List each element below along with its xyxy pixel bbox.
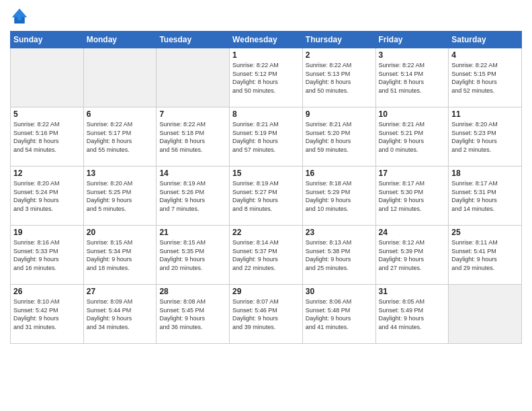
day-number: 30 bbox=[306, 287, 373, 296]
calendar-cell: 2Sunrise: 8:22 AM Sunset: 5:13 PM Daylig… bbox=[302, 48, 375, 107]
day-info: Sunrise: 8:21 AM Sunset: 5:20 PM Dayligh… bbox=[306, 120, 373, 154]
day-number: 22 bbox=[232, 228, 300, 237]
calendar-cell: 15Sunrise: 8:19 AM Sunset: 5:27 PM Dayli… bbox=[230, 167, 303, 226]
day-info: Sunrise: 8:11 AM Sunset: 5:41 PM Dayligh… bbox=[451, 238, 519, 272]
calendar-body: 1Sunrise: 8:22 AM Sunset: 5:12 PM Daylig… bbox=[11, 48, 522, 344]
day-info: Sunrise: 8:20 AM Sunset: 5:24 PM Dayligh… bbox=[13, 179, 81, 213]
day-info: Sunrise: 8:22 AM Sunset: 5:12 PM Dayligh… bbox=[232, 61, 300, 95]
day-info: Sunrise: 8:21 AM Sunset: 5:21 PM Dayligh… bbox=[379, 120, 446, 154]
day-number: 3 bbox=[379, 50, 446, 60]
calendar-cell: 4Sunrise: 8:22 AM Sunset: 5:15 PM Daylig… bbox=[449, 48, 522, 107]
day-info: Sunrise: 8:13 AM Sunset: 5:38 PM Dayligh… bbox=[306, 238, 373, 272]
calendar-week-1: 5Sunrise: 8:22 AM Sunset: 5:16 PM Daylig… bbox=[11, 107, 522, 167]
day-number: 17 bbox=[379, 169, 446, 178]
day-number: 14 bbox=[159, 169, 226, 178]
weekday-header-thursday: Thursday bbox=[302, 32, 375, 48]
day-info: Sunrise: 8:15 AM Sunset: 5:34 PM Dayligh… bbox=[87, 238, 154, 272]
calendar-week-2: 12Sunrise: 8:20 AM Sunset: 5:24 PM Dayli… bbox=[11, 167, 522, 226]
calendar-cell: 11Sunrise: 8:20 AM Sunset: 5:23 PM Dayli… bbox=[449, 107, 522, 167]
weekday-header-sunday: Sunday bbox=[11, 32, 84, 48]
calendar-cell: 25Sunrise: 8:11 AM Sunset: 5:41 PM Dayli… bbox=[449, 226, 522, 285]
weekday-header-tuesday: Tuesday bbox=[157, 32, 230, 48]
day-info: Sunrise: 8:19 AM Sunset: 5:27 PM Dayligh… bbox=[232, 179, 300, 213]
day-number: 28 bbox=[159, 287, 226, 296]
logo-icon bbox=[10, 7, 29, 26]
day-info: Sunrise: 8:16 AM Sunset: 5:33 PM Dayligh… bbox=[13, 238, 81, 272]
calendar-cell: 14Sunrise: 8:19 AM Sunset: 5:26 PM Dayli… bbox=[157, 167, 230, 226]
calendar-week-4: 26Sunrise: 8:10 AM Sunset: 5:42 PM Dayli… bbox=[11, 285, 522, 344]
calendar-week-3: 19Sunrise: 8:16 AM Sunset: 5:33 PM Dayli… bbox=[11, 226, 522, 285]
day-number: 5 bbox=[13, 109, 81, 119]
day-info: Sunrise: 8:17 AM Sunset: 5:30 PM Dayligh… bbox=[379, 179, 446, 213]
day-info: Sunrise: 8:22 AM Sunset: 5:18 PM Dayligh… bbox=[159, 120, 226, 154]
day-info: Sunrise: 8:22 AM Sunset: 5:16 PM Dayligh… bbox=[13, 120, 81, 154]
calendar-cell: 22Sunrise: 8:14 AM Sunset: 5:37 PM Dayli… bbox=[230, 226, 303, 285]
day-number: 23 bbox=[306, 228, 373, 237]
day-info: Sunrise: 8:19 AM Sunset: 5:26 PM Dayligh… bbox=[159, 179, 226, 213]
day-number: 27 bbox=[87, 287, 154, 296]
day-info: Sunrise: 8:22 AM Sunset: 5:14 PM Dayligh… bbox=[379, 61, 446, 95]
header bbox=[10, 7, 522, 26]
calendar-cell: 31Sunrise: 8:05 AM Sunset: 5:49 PM Dayli… bbox=[375, 285, 449, 344]
weekday-header-friday: Friday bbox=[375, 32, 449, 48]
calendar-cell: 24Sunrise: 8:12 AM Sunset: 5:39 PM Dayli… bbox=[375, 226, 449, 285]
day-info: Sunrise: 8:08 AM Sunset: 5:45 PM Dayligh… bbox=[159, 298, 226, 331]
day-info: Sunrise: 8:10 AM Sunset: 5:42 PM Dayligh… bbox=[13, 298, 81, 331]
day-number: 21 bbox=[159, 228, 226, 237]
day-number: 9 bbox=[306, 109, 373, 119]
day-number: 31 bbox=[379, 287, 446, 296]
calendar-cell: 26Sunrise: 8:10 AM Sunset: 5:42 PM Dayli… bbox=[11, 285, 84, 344]
day-info: Sunrise: 8:09 AM Sunset: 5:44 PM Dayligh… bbox=[87, 298, 154, 331]
logo bbox=[10, 7, 32, 26]
day-info: Sunrise: 8:22 AM Sunset: 5:15 PM Dayligh… bbox=[451, 61, 519, 95]
day-number: 16 bbox=[306, 169, 373, 178]
calendar-cell: 30Sunrise: 8:06 AM Sunset: 5:48 PM Dayli… bbox=[302, 285, 375, 344]
day-number: 7 bbox=[159, 109, 226, 119]
calendar-cell: 7Sunrise: 8:22 AM Sunset: 5:18 PM Daylig… bbox=[157, 107, 230, 167]
calendar-cell: 6Sunrise: 8:22 AM Sunset: 5:17 PM Daylig… bbox=[83, 107, 157, 167]
calendar-table: SundayMondayTuesdayWednesdayThursdayFrid… bbox=[10, 31, 522, 344]
calendar-cell bbox=[83, 48, 157, 107]
day-number: 2 bbox=[306, 50, 373, 60]
calendar-cell: 16Sunrise: 8:18 AM Sunset: 5:29 PM Dayli… bbox=[302, 167, 375, 226]
day-number: 11 bbox=[451, 109, 519, 119]
calendar-cell bbox=[11, 48, 84, 107]
day-info: Sunrise: 8:15 AM Sunset: 5:35 PM Dayligh… bbox=[159, 238, 226, 272]
day-number: 19 bbox=[13, 228, 81, 237]
page: SundayMondayTuesdayWednesdayThursdayFrid… bbox=[0, 0, 532, 411]
day-number: 29 bbox=[232, 287, 300, 296]
day-number: 4 bbox=[451, 50, 519, 60]
day-number: 1 bbox=[232, 50, 300, 60]
calendar-cell: 21Sunrise: 8:15 AM Sunset: 5:35 PM Dayli… bbox=[157, 226, 230, 285]
calendar-cell: 19Sunrise: 8:16 AM Sunset: 5:33 PM Dayli… bbox=[11, 226, 84, 285]
day-info: Sunrise: 8:20 AM Sunset: 5:23 PM Dayligh… bbox=[451, 120, 519, 154]
calendar-header: SundayMondayTuesdayWednesdayThursdayFrid… bbox=[11, 32, 522, 48]
calendar-cell: 17Sunrise: 8:17 AM Sunset: 5:30 PM Dayli… bbox=[375, 167, 449, 226]
day-info: Sunrise: 8:14 AM Sunset: 5:37 PM Dayligh… bbox=[232, 238, 300, 272]
day-number: 18 bbox=[451, 169, 519, 178]
day-info: Sunrise: 8:05 AM Sunset: 5:49 PM Dayligh… bbox=[379, 298, 446, 331]
weekday-header-wednesday: Wednesday bbox=[230, 32, 303, 48]
weekday-row: SundayMondayTuesdayWednesdayThursdayFrid… bbox=[11, 32, 522, 48]
calendar-cell: 8Sunrise: 8:21 AM Sunset: 5:19 PM Daylig… bbox=[230, 107, 303, 167]
calendar-cell: 5Sunrise: 8:22 AM Sunset: 5:16 PM Daylig… bbox=[11, 107, 84, 167]
day-info: Sunrise: 8:22 AM Sunset: 5:17 PM Dayligh… bbox=[87, 120, 154, 154]
day-number: 25 bbox=[451, 228, 519, 237]
calendar-cell: 28Sunrise: 8:08 AM Sunset: 5:45 PM Dayli… bbox=[157, 285, 230, 344]
day-info: Sunrise: 8:07 AM Sunset: 5:46 PM Dayligh… bbox=[232, 298, 300, 331]
calendar-cell: 9Sunrise: 8:21 AM Sunset: 5:20 PM Daylig… bbox=[302, 107, 375, 167]
calendar-cell: 10Sunrise: 8:21 AM Sunset: 5:21 PM Dayli… bbox=[375, 107, 449, 167]
day-number: 26 bbox=[13, 287, 81, 296]
day-info: Sunrise: 8:17 AM Sunset: 5:31 PM Dayligh… bbox=[451, 179, 519, 213]
day-info: Sunrise: 8:12 AM Sunset: 5:39 PM Dayligh… bbox=[379, 238, 446, 272]
day-number: 8 bbox=[232, 109, 300, 119]
calendar-cell: 12Sunrise: 8:20 AM Sunset: 5:24 PM Dayli… bbox=[11, 167, 84, 226]
calendar-cell: 13Sunrise: 8:20 AM Sunset: 5:25 PM Dayli… bbox=[83, 167, 157, 226]
day-info: Sunrise: 8:21 AM Sunset: 5:19 PM Dayligh… bbox=[232, 120, 300, 154]
calendar-cell: 23Sunrise: 8:13 AM Sunset: 5:38 PM Dayli… bbox=[302, 226, 375, 285]
calendar-week-0: 1Sunrise: 8:22 AM Sunset: 5:12 PM Daylig… bbox=[11, 48, 522, 107]
calendar-cell: 27Sunrise: 8:09 AM Sunset: 5:44 PM Dayli… bbox=[83, 285, 157, 344]
day-info: Sunrise: 8:06 AM Sunset: 5:48 PM Dayligh… bbox=[306, 298, 373, 331]
weekday-header-saturday: Saturday bbox=[449, 32, 522, 48]
day-number: 10 bbox=[379, 109, 446, 119]
